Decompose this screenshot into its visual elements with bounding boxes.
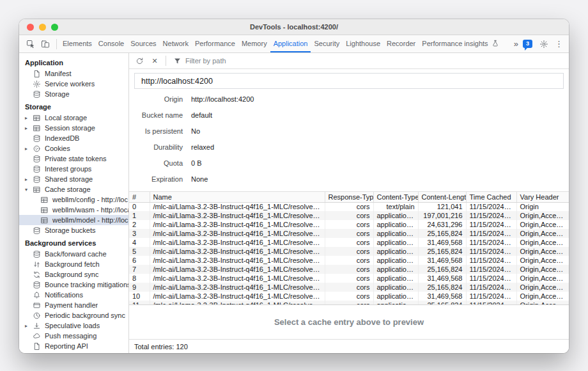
- cache-entry-row[interactable]: 9/mlc-ai/Llama-3.2-3B-Instruct-q4f16_1-M…: [129, 283, 569, 292]
- expand-arrow-icon[interactable]: ▸: [25, 323, 32, 329]
- cell-response-type: cors: [325, 274, 373, 283]
- zoom-button[interactable]: [51, 24, 58, 31]
- more-tabs-chevron-icon[interactable]: »: [514, 39, 518, 49]
- sidebar-item-webllm-model-http-loc[interactable]: webllm/model - http://loc…: [19, 215, 128, 225]
- sidebar-item-webllm-wasm-http-loca[interactable]: webllm/wasm - http://loca…: [19, 205, 128, 215]
- filter-by-path-input[interactable]: [185, 57, 326, 65]
- table-icon: [32, 113, 42, 122]
- tab-performance[interactable]: Performance: [192, 35, 238, 52]
- clock-icon: [32, 311, 42, 320]
- cache-entry-row[interactable]: 2/mlc-ai/Llama-3.2-3B-Instruct-q4f16_1-M…: [129, 220, 569, 229]
- cell-vary-header: Origin,Access…: [516, 292, 569, 301]
- sidebar-item-cache-storage[interactable]: ▾Cache storage: [19, 184, 128, 194]
- sidebar-item-cookies[interactable]: ▸Cookies: [19, 143, 128, 154]
- device-toolbar-button[interactable]: [38, 38, 52, 51]
- sidebar-item-periodic-background-sync[interactable]: Periodic background sync: [19, 310, 128, 320]
- expand-arrow-icon[interactable]: ▸: [25, 177, 32, 182]
- filter-funnel-icon: [170, 54, 184, 67]
- delete-selected-button[interactable]: ✕: [148, 54, 162, 67]
- column-header-content-type[interactable]: Content-Type: [373, 192, 418, 202]
- sidebar-item-manifest[interactable]: Manifest: [19, 68, 128, 79]
- cache-entry-row[interactable]: 5/mlc-ai/Llama-3.2-3B-Instruct-q4f16_1-M…: [129, 247, 569, 256]
- cache-entry-row[interactable]: 1/mlc-ai/Llama-3.2-3B-Instruct-q4f16_1-M…: [129, 211, 569, 220]
- column-header-name[interactable]: Name: [150, 192, 325, 202]
- issues-badge[interactable]: 3: [523, 40, 532, 48]
- cell-content-length: 31,469,568: [418, 292, 466, 301]
- tab-label: Sources: [130, 40, 156, 47]
- minimize-button[interactable]: [39, 24, 46, 31]
- kebab-menu-icon[interactable]: ⋮: [555, 39, 563, 49]
- tab-label: Application: [274, 40, 308, 47]
- cell-response-type: cors: [325, 202, 373, 211]
- cell-vary-header: Origin,Access…: [516, 229, 569, 238]
- column-header-response-type[interactable]: Response-Type: [325, 192, 373, 202]
- close-button[interactable]: [27, 24, 34, 31]
- tab-application[interactable]: Application: [270, 35, 311, 52]
- column-header-[interactable]: #: [129, 192, 150, 202]
- refresh-button[interactable]: [132, 54, 146, 67]
- cache-entry-row[interactable]: 4/mlc-ai/Llama-3.2-3B-Instruct-q4f16_1-M…: [129, 238, 569, 247]
- tab-lighthouse[interactable]: Lighthouse: [343, 35, 383, 52]
- sidebar-item-notifications[interactable]: Notifications: [19, 290, 128, 300]
- tab-console[interactable]: Console: [95, 35, 127, 52]
- cell-name: /mlc-ai/Llama-3.2-3B-Instruct-q4f16_1-ML…: [150, 256, 325, 265]
- cell-time-cached: 11/15/2024, 10…: [466, 238, 516, 247]
- tab-performance-insights[interactable]: Performance insights: [419, 35, 506, 52]
- sidebar-item-label: Back/forward cache: [45, 250, 107, 258]
- tab-security[interactable]: Security: [311, 35, 343, 52]
- sidebar-item-shared-storage[interactable]: ▸Shared storage: [19, 174, 128, 184]
- expand-arrow-icon[interactable]: ▸: [25, 115, 32, 121]
- sidebar-item-speculative-loads[interactable]: ▸Speculative loads: [19, 320, 128, 331]
- total-entries-text: Total entries: 120: [134, 343, 188, 351]
- column-header-content-length[interactable]: Content-Length: [418, 192, 466, 202]
- cell-content-length: 25,165,824: [418, 247, 466, 256]
- sidebar-item-background-fetch[interactable]: Background fetch: [19, 259, 128, 269]
- sidebar-item-payment-handler[interactable]: Payment handler: [19, 300, 128, 310]
- sidebar-item-interest-groups[interactable]: Interest groups: [19, 164, 128, 174]
- cell-time-cached: 11/15/2024, 10…: [466, 229, 516, 238]
- expand-arrow-icon[interactable]: ▸: [25, 125, 32, 131]
- expand-arrow-icon[interactable]: ▸: [25, 146, 32, 152]
- tab-bar-right-icons: » 3 ⋮: [508, 35, 569, 52]
- sidebar-item-storage[interactable]: Storage: [19, 89, 128, 99]
- sidebar-item-back-forward-cache[interactable]: Back/forward cache: [19, 249, 128, 259]
- expand-arrow-icon[interactable]: ▾: [25, 187, 32, 193]
- flask-icon: [491, 39, 500, 48]
- sidebar-item-push-messaging[interactable]: Push messaging: [19, 331, 128, 341]
- sidebar-item-service-workers[interactable]: Service workers: [19, 79, 128, 89]
- sidebar-item-local-storage[interactable]: ▸Local storage: [19, 113, 128, 123]
- cache-entry-row[interactable]: 6/mlc-ai/Llama-3.2-3B-Instruct-q4f16_1-M…: [129, 256, 569, 265]
- metadata-row-origin: Originhttp://localhost:4200: [129, 95, 569, 104]
- sidebar-item-webllm-config-http-loc[interactable]: webllm/config - http://loc…: [19, 194, 128, 205]
- sidebar-item-session-storage[interactable]: ▸Session storage: [19, 123, 128, 133]
- column-header-vary-header[interactable]: Vary Header: [516, 192, 569, 202]
- cache-entry-row[interactable]: 10/mlc-ai/Llama-3.2-3B-Instruct-q4f16_1-…: [129, 292, 569, 301]
- column-header-time-cached[interactable]: Time Cached: [466, 192, 516, 202]
- tab-network[interactable]: Network: [160, 35, 192, 52]
- sidebar-item-private-state-tokens[interactable]: Private state tokens: [19, 154, 128, 164]
- cache-entry-row[interactable]: 3/mlc-ai/Llama-3.2-3B-Instruct-q4f16_1-M…: [129, 229, 569, 238]
- sidebar-item-background-sync[interactable]: Background sync: [19, 269, 128, 280]
- cell-: 6: [129, 256, 150, 265]
- sidebar-item-reporting-api[interactable]: Reporting API: [19, 341, 128, 351]
- sidebar-item-label: Notifications: [45, 291, 83, 299]
- sidebar-item-indexeddb[interactable]: IndexedDB: [19, 133, 128, 143]
- tab-sources[interactable]: Sources: [127, 35, 159, 52]
- database-icon: [32, 164, 42, 173]
- cache-entry-row[interactable]: 7/mlc-ai/Llama-3.2-3B-Instruct-q4f16_1-M…: [129, 265, 569, 274]
- sidebar-item-bounce-tracking-mitigations[interactable]: Bounce tracking mitigations: [19, 280, 128, 290]
- cell-vary-header: Origin,Access…: [516, 256, 569, 265]
- tab-memory[interactable]: Memory: [238, 35, 270, 52]
- cell-content-length: 121,041: [418, 202, 466, 211]
- entries-footer: Total entries: 120: [129, 339, 569, 353]
- settings-gear-icon[interactable]: [537, 38, 550, 51]
- cache-entry-row[interactable]: 11/mlc-ai/Llama-3.2-3B-Instruct-q4f16_1-…: [129, 301, 569, 305]
- tab-elements[interactable]: Elements: [59, 35, 95, 52]
- cache-entry-row[interactable]: 0/mlc-ai/Llama-3.2-3B-Instruct-q4f16_1-M…: [129, 202, 569, 211]
- sidebar-item-label: Service workers: [45, 80, 95, 88]
- toolbar-divider: [166, 56, 166, 66]
- inspect-element-button[interactable]: [24, 38, 37, 51]
- tab-recorder[interactable]: Recorder: [383, 35, 419, 52]
- sidebar-item-storage-buckets[interactable]: Storage buckets: [19, 225, 128, 235]
- cache-entry-row[interactable]: 8/mlc-ai/Llama-3.2-3B-Instruct-q4f16_1-M…: [129, 274, 569, 283]
